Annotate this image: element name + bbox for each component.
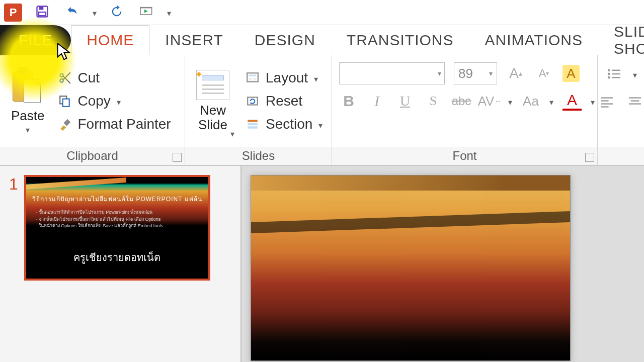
tab-animations[interactable]: ANIMATIONS: [469, 25, 598, 55]
font-color-dropdown-icon[interactable]: ▾: [591, 98, 595, 107]
new-slide-dropdown-icon[interactable]: ▾: [230, 129, 234, 139]
svg-rect-12: [63, 119, 70, 126]
clipboard-launcher-icon[interactable]: [173, 153, 182, 162]
group-slides: ✦ New Slide ▾ Layout ▾ Reset: [185, 55, 332, 165]
svg-rect-21: [248, 126, 258, 128]
tab-transitions[interactable]: TRANSITIONS: [331, 25, 469, 55]
quick-access-toolbar: P ▾ ▾: [0, 0, 644, 25]
copy-dropdown-icon[interactable]: ▾: [117, 98, 121, 107]
paste-dropdown-icon[interactable]: ▾: [26, 125, 30, 135]
svg-point-26: [608, 76, 610, 79]
present-from-start-button[interactable]: [137, 3, 157, 23]
svg-rect-2: [39, 12, 46, 16]
tab-insert[interactable]: INSERT: [149, 25, 238, 55]
group-label-font: Font: [332, 147, 597, 165]
chevron-down-icon: ▾: [489, 69, 493, 77]
format-painter-button[interactable]: Format Painter: [58, 116, 171, 132]
strikethrough-button[interactable]: abc: [452, 92, 471, 111]
undo-dropdown-icon[interactable]: ▾: [93, 9, 97, 18]
svg-rect-14: [249, 75, 256, 76]
svg-rect-31: [601, 106, 609, 107]
svg-rect-33: [631, 100, 639, 101]
tab-file-label: FILE: [19, 32, 52, 49]
tab-file[interactable]: FILE: [0, 25, 71, 55]
char-spacing-button[interactable]: AV↔: [480, 92, 499, 111]
svg-rect-20: [248, 123, 258, 125]
italic-button[interactable]: I: [367, 92, 386, 111]
section-icon: [246, 117, 260, 131]
tab-slideshow[interactable]: SLIDE SHOW: [598, 25, 644, 55]
svg-rect-25: [612, 73, 620, 74]
svg-rect-23: [612, 70, 620, 71]
clear-formatting-button[interactable]: A: [562, 65, 580, 82]
group-label-paragraph: [598, 147, 644, 165]
section-button[interactable]: Section ▾: [246, 116, 323, 132]
slide-background: [251, 175, 571, 361]
shadow-button[interactable]: S: [424, 92, 443, 111]
thumbnail-preview[interactable]: วิธีการแก้ปัญหาอ่านไม่ลืมฟอนต์ใน POWERPO…: [24, 175, 210, 281]
group-paragraph: ▾: [598, 55, 644, 165]
tab-design[interactable]: DESIGN: [239, 25, 331, 55]
redo-button[interactable]: [107, 3, 127, 23]
align-center-button[interactable]: [625, 93, 644, 112]
reset-button[interactable]: Reset: [246, 93, 323, 109]
slide-thumbnail-pane[interactable]: 1 วิธีการแก้ปัญหาอ่านไม่ลืมฟอนต์ใน POWER…: [0, 166, 242, 362]
paste-icon: [13, 67, 43, 106]
cut-button[interactable]: Cut: [58, 70, 171, 86]
layout-dropdown-icon[interactable]: ▾: [314, 74, 318, 84]
svg-point-22: [608, 69, 610, 71]
decrease-font-button[interactable]: A▾: [534, 64, 553, 83]
scissors-icon: [58, 71, 72, 85]
case-dropdown-icon[interactable]: ▾: [549, 98, 553, 107]
svg-rect-34: [629, 103, 641, 104]
group-font: ▾ 89 ▾ A▴ A▾ A B I U S abc AV↔ ▾ Aa ▾ A: [332, 55, 598, 165]
font-size-select[interactable]: 89 ▾: [454, 62, 497, 84]
bullets-dropdown-icon[interactable]: ▾: [633, 70, 637, 80]
undo-button[interactable]: [62, 3, 83, 23]
font-launcher-icon[interactable]: [585, 153, 594, 162]
svg-marker-4: [144, 9, 148, 13]
svg-rect-11: [62, 99, 69, 107]
layout-button[interactable]: Layout ▾: [246, 70, 323, 86]
bullets-button[interactable]: [605, 64, 624, 83]
paintbrush-icon: [58, 117, 72, 131]
chevron-down-icon: ▾: [438, 69, 441, 77]
ribbon-home: Paste ▾ Cut Copy ▾: [0, 55, 644, 166]
svg-rect-29: [601, 100, 609, 101]
thumb-title: วิธีการแก้ปัญหาอ่านไม่ลืมฟอนต์ใน POWERPO…: [26, 194, 208, 204]
svg-rect-27: [612, 77, 620, 78]
qat-customize-icon[interactable]: ▾: [167, 9, 171, 18]
section-dropdown-icon[interactable]: ▾: [318, 121, 323, 130]
thumbnail-item[interactable]: 1 วิธีการแก้ปัญหาอ่านไม่ลืมฟอนต์ใน POWER…: [9, 175, 231, 281]
font-family-select[interactable]: ▾: [339, 62, 445, 84]
change-case-button[interactable]: Aa: [521, 92, 540, 111]
increase-font-button[interactable]: A▴: [506, 64, 525, 83]
group-clipboard: Paste ▾ Cut Copy ▾: [0, 55, 185, 165]
thumbnail-number: 1: [9, 175, 18, 281]
svg-rect-16: [253, 78, 257, 80]
underline-button[interactable]: U: [395, 92, 415, 111]
svg-rect-32: [629, 97, 641, 98]
app-logo-icon: P: [4, 4, 22, 22]
svg-rect-1: [39, 6, 43, 10]
copy-button[interactable]: Copy ▾: [58, 93, 171, 109]
svg-rect-19: [248, 120, 258, 122]
paste-button[interactable]: Paste ▾: [7, 65, 49, 137]
new-slide-icon: ✦: [196, 70, 229, 100]
thumb-credit: ครูเชียงรายดอทเน็ต: [26, 249, 208, 265]
tab-home[interactable]: HOME: [71, 25, 149, 55]
slide-canvas[interactable]: [242, 166, 644, 362]
new-slide-button[interactable]: ✦ New Slide: [192, 68, 233, 134]
group-label-clipboard: Clipboard: [0, 147, 185, 165]
spacing-dropdown-icon[interactable]: ▾: [508, 98, 512, 107]
group-label-slides: Slides: [185, 147, 332, 165]
thumb-bullets: · ขั้นตอนแรกให้ทำการปิดโปรแกรม PowerPoin…: [36, 209, 164, 230]
svg-rect-15: [249, 78, 252, 80]
font-color-button[interactable]: A: [562, 92, 582, 111]
align-left-button[interactable]: [597, 93, 616, 112]
workspace: 1 วิธีการแก้ปัญหาอ่านไม่ลืมฟอนต์ใน POWER…: [0, 166, 644, 362]
save-button[interactable]: [32, 3, 52, 23]
bold-button[interactable]: B: [339, 92, 358, 111]
ribbon-tabs: FILE HOME INSERT DESIGN TRANSITIONS ANIM…: [0, 25, 644, 55]
svg-point-24: [608, 73, 610, 75]
